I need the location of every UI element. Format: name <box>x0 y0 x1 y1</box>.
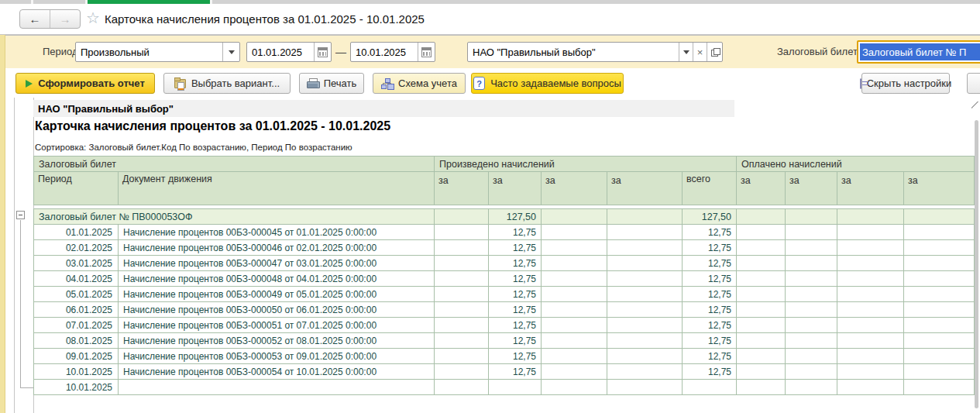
cell-value[interactable] <box>607 256 683 271</box>
cell-value[interactable]: 12,75 <box>489 225 542 240</box>
back-button[interactable]: ← <box>20 10 50 28</box>
cell-value[interactable] <box>737 256 786 271</box>
cell-value[interactable]: 12,75 <box>683 240 737 256</box>
organization-clear-button[interactable]: × <box>693 43 707 61</box>
group-cell[interactable] <box>542 209 607 225</box>
cell-value[interactable] <box>607 380 683 395</box>
cell-value[interactable] <box>904 256 975 271</box>
cell-value[interactable] <box>607 349 683 364</box>
cell-value[interactable] <box>837 380 904 395</box>
cell-value[interactable]: 12,75 <box>683 333 737 349</box>
cell-period[interactable]: 07.01.2025 <box>34 318 119 333</box>
generate-report-button[interactable]: Сформировать отчет <box>15 73 155 94</box>
cell-document[interactable]: Начисление процентов 00БЗ-000050 от 06.0… <box>119 302 435 318</box>
organization-combobox[interactable]: НАО "Правильный выбор" × <box>467 42 723 62</box>
cell-value[interactable] <box>435 318 489 333</box>
cell-value[interactable] <box>904 240 975 256</box>
cell-value[interactable] <box>435 364 489 380</box>
cell-value[interactable] <box>737 364 786 380</box>
group-cell[interactable] <box>737 209 786 225</box>
col-produced-overdue[interactable]: за просрочку <box>607 172 683 205</box>
cell-value[interactable] <box>837 302 904 318</box>
cell-value[interactable] <box>683 380 737 395</box>
cell-value[interactable] <box>837 225 904 240</box>
cell-value[interactable] <box>904 318 975 333</box>
cell-value[interactable] <box>542 380 607 395</box>
group-cell[interactable] <box>837 209 904 225</box>
cell-value[interactable] <box>837 271 904 287</box>
cell-value[interactable] <box>542 287 607 302</box>
col-produced-storage[interactable]: за хранение <box>542 172 607 205</box>
cell-value[interactable] <box>435 333 489 349</box>
cell-value[interactable] <box>542 349 607 364</box>
cell-document[interactable]: Начисление процентов 00БЗ-000052 от 08.0… <box>119 333 435 349</box>
cell-value[interactable] <box>904 287 975 302</box>
cell-value[interactable] <box>737 225 786 240</box>
cell-value[interactable] <box>837 240 904 256</box>
cell-value[interactable] <box>607 271 683 287</box>
cell-value[interactable] <box>607 333 683 349</box>
vertical-scrollbar[interactable] <box>975 120 978 408</box>
cell-value[interactable] <box>435 271 489 287</box>
cell-period[interactable]: 05.01.2025 <box>34 287 119 302</box>
cell-value[interactable] <box>904 349 975 364</box>
cell-document[interactable]: Начисление процентов 00БЗ-000053 от 09.0… <box>119 349 435 364</box>
organization-dropdown-button[interactable] <box>679 43 693 61</box>
group-label[interactable]: Залоговый билет № ПВ000053ОФ <box>34 209 435 225</box>
cell-value[interactable]: 12,75 <box>489 287 542 302</box>
cell-value[interactable] <box>737 318 786 333</box>
date-from-input[interactable]: 01.01.2025 <box>246 42 332 62</box>
clipped-actions-button[interactable]: В <box>967 73 980 94</box>
cell-period[interactable]: 10.01.2025 <box>34 380 119 395</box>
cell-value[interactable] <box>837 318 904 333</box>
cell-value[interactable] <box>542 225 607 240</box>
cell-value[interactable] <box>607 302 683 318</box>
cell-value[interactable] <box>737 287 786 302</box>
cell-period[interactable]: 02.01.2025 <box>34 240 119 256</box>
cell-value[interactable] <box>786 318 837 333</box>
cell-value[interactable] <box>737 380 786 395</box>
date-to-calendar-button[interactable] <box>418 43 435 61</box>
col-paid-storage[interactable]: за хранение <box>837 172 904 205</box>
cell-value[interactable] <box>435 380 489 395</box>
cell-value[interactable]: 12,75 <box>489 256 542 271</box>
group-cell[interactable] <box>904 209 975 225</box>
cell-value[interactable] <box>737 240 786 256</box>
cell-value[interactable]: 12,75 <box>489 333 542 349</box>
cell-value[interactable] <box>904 302 975 318</box>
cell-document[interactable]: Начисление процентов 00БЗ-000048 от 04.0… <box>119 271 435 287</box>
cell-value[interactable] <box>542 256 607 271</box>
accounting-scheme-button[interactable]: Схема учета <box>373 73 466 94</box>
cell-period[interactable]: 09.01.2025 <box>34 349 119 364</box>
cell-document[interactable] <box>119 380 435 395</box>
cell-value[interactable]: 12,75 <box>489 240 542 256</box>
print-button[interactable]: Печать <box>299 73 364 94</box>
cell-value[interactable] <box>489 380 542 395</box>
cell-value[interactable]: 12,75 <box>683 287 737 302</box>
cell-period[interactable]: 08.01.2025 <box>34 333 119 349</box>
cell-value[interactable] <box>737 302 786 318</box>
cell-value[interactable] <box>542 271 607 287</box>
col-produced-appraisal[interactable]: за оценку <box>435 172 489 205</box>
cell-document[interactable]: Начисление процентов 00БЗ-000051 от 07.0… <box>119 318 435 333</box>
cell-value[interactable] <box>737 333 786 349</box>
cell-value[interactable] <box>607 318 683 333</box>
cell-document[interactable]: Начисление процентов 00БЗ-000054 от 10.0… <box>119 364 435 380</box>
cell-document[interactable]: Начисление процентов 00БЗ-000045 от 01.0… <box>119 225 435 240</box>
cell-value[interactable] <box>904 364 975 380</box>
cell-value[interactable] <box>904 380 975 395</box>
cell-value[interactable] <box>786 256 837 271</box>
collapse-group-button[interactable] <box>16 211 25 219</box>
cell-value[interactable]: 12,75 <box>489 302 542 318</box>
cell-value[interactable] <box>837 333 904 349</box>
cell-value[interactable]: 12,75 <box>683 225 737 240</box>
cell-period[interactable]: 01.01.2025 <box>34 225 119 240</box>
col-produced-total[interactable]: всего <box>683 172 737 205</box>
cell-value[interactable] <box>837 364 904 380</box>
cell-document[interactable]: Начисление процентов 00БЗ-000047 от 03.0… <box>119 256 435 271</box>
cell-value[interactable] <box>542 318 607 333</box>
header-produced[interactable]: Произведено начислений <box>435 157 737 172</box>
period-dropdown-button[interactable] <box>222 43 239 61</box>
cell-value[interactable] <box>607 364 683 380</box>
cell-value[interactable] <box>904 333 975 349</box>
